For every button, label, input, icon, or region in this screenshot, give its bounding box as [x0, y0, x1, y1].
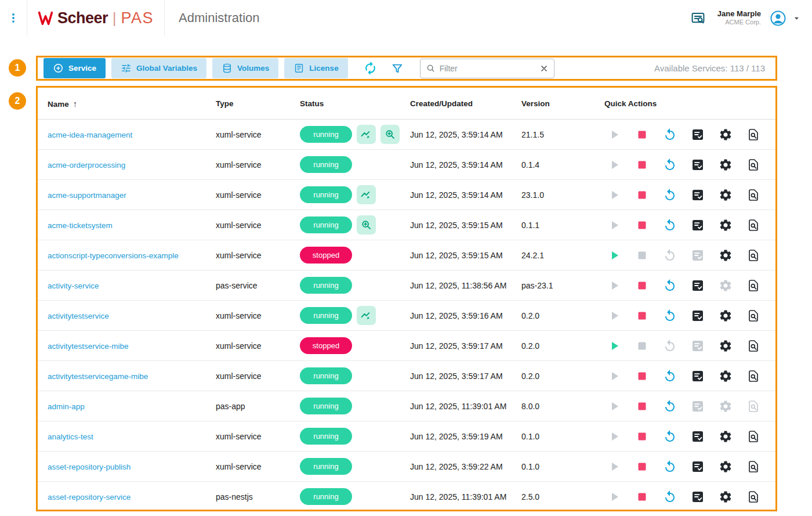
logs-button[interactable]	[691, 460, 705, 474]
service-name-link[interactable]: acme-orderprocessing	[48, 161, 125, 169]
stop-button[interactable]	[635, 309, 649, 323]
metrics-icon[interactable]	[357, 185, 376, 204]
settings-button[interactable]	[719, 430, 733, 443]
stop-button[interactable]	[635, 158, 649, 172]
account-circle-icon[interactable]	[769, 9, 787, 27]
details-button[interactable]	[746, 158, 760, 172]
column-header-created-updated[interactable]: Created/Updated	[400, 99, 512, 108]
details-button[interactable]	[746, 218, 760, 232]
restart-button[interactable]	[663, 430, 677, 443]
logs-button[interactable]	[691, 218, 705, 232]
version: 24.2.1	[512, 251, 594, 260]
settings-button[interactable]	[719, 339, 733, 353]
service-name-link[interactable]: activitytestservicegame-mibe	[48, 372, 148, 381]
stop-button[interactable]	[635, 430, 649, 443]
service-name-link[interactable]: admin-app	[48, 402, 85, 411]
restart-button[interactable]	[663, 309, 677, 323]
kebab-menu-icon[interactable]	[0, 12, 27, 24]
details-button[interactable]	[746, 430, 760, 443]
settings-button[interactable]	[719, 248, 733, 262]
service-name-link[interactable]: acme-supportmanager	[48, 191, 126, 200]
restart-button[interactable]	[663, 279, 677, 293]
restart-button[interactable]	[663, 158, 677, 172]
funnel-icon[interactable]	[390, 61, 405, 76]
created-updated: Jun 12, 2025, 3:59:19 AM	[400, 432, 512, 441]
settings-button[interactable]	[719, 188, 733, 202]
logs-button[interactable]	[691, 158, 705, 172]
trace-icon[interactable]	[380, 125, 400, 144]
column-header-type[interactable]: Type	[206, 99, 290, 108]
logs-button[interactable]	[691, 369, 705, 383]
restart-button[interactable]	[663, 369, 677, 383]
details-button[interactable]	[746, 369, 760, 383]
details-button[interactable]	[746, 188, 760, 202]
details-button[interactable]	[746, 309, 760, 323]
service-tab-button[interactable]: Service	[44, 58, 106, 78]
service-name-link[interactable]: asset-repository-service	[48, 493, 130, 501]
stop-button[interactable]	[635, 279, 649, 293]
settings-button[interactable]	[719, 218, 733, 232]
details-button[interactable]	[746, 339, 760, 353]
metrics-icon[interactable]	[357, 125, 376, 144]
filter-input[interactable]	[440, 64, 535, 73]
details-button[interactable]	[746, 128, 760, 142]
stop-button[interactable]	[635, 128, 649, 142]
restart-button[interactable]	[663, 128, 677, 142]
logs-button[interactable]	[691, 490, 705, 504]
service-name-link[interactable]: acme-ticketsystem	[48, 221, 113, 230]
service-name-link[interactable]: activity-service	[48, 282, 99, 290]
settings-button[interactable]	[719, 309, 733, 323]
global-variables-tab-button[interactable]: Global Variables	[111, 58, 206, 78]
column-header-name[interactable]: Name↑	[38, 99, 206, 109]
settings-button[interactable]	[719, 460, 733, 474]
logs-button[interactable]	[691, 430, 705, 443]
service-name-link[interactable]: acme-idea-management	[48, 131, 132, 139]
restart-button[interactable]	[663, 218, 677, 232]
chevron-down-icon[interactable]	[792, 13, 802, 23]
details-button[interactable]	[746, 460, 760, 474]
quick-actions	[594, 399, 775, 413]
service-name-link[interactable]: activitytestservice	[48, 312, 109, 320]
log-search-icon[interactable]	[690, 10, 706, 26]
service-name-link[interactable]: analytics-test	[48, 432, 93, 441]
details-button[interactable]	[746, 490, 760, 504]
stop-button[interactable]	[635, 460, 649, 474]
stop-button[interactable]	[635, 218, 649, 232]
stop-button[interactable]	[635, 369, 649, 383]
column-header-version[interactable]: Version	[512, 99, 594, 108]
logs-button[interactable]	[691, 309, 705, 323]
logs-button[interactable]	[691, 188, 705, 202]
refresh-icon[interactable]	[363, 61, 378, 76]
volumes-tab-button[interactable]: Volumes	[212, 58, 278, 78]
stop-button[interactable]	[635, 490, 649, 504]
stop-button[interactable]	[635, 188, 649, 202]
service-type: xuml-service	[206, 130, 290, 139]
details-button[interactable]	[746, 279, 760, 293]
service-name-link[interactable]: actionscript-typeconversions-example	[48, 251, 179, 260]
settings-button[interactable]	[719, 158, 733, 172]
start-button[interactable]	[607, 339, 621, 353]
column-header-quick-actions: Quick Actions	[594, 99, 775, 108]
settings-button[interactable]	[719, 128, 733, 142]
column-header-status[interactable]: Status	[290, 99, 400, 108]
metrics-icon[interactable]	[357, 306, 376, 325]
restart-button[interactable]	[663, 399, 677, 413]
settings-button[interactable]	[719, 490, 733, 504]
details-button[interactable]	[746, 248, 760, 262]
page-title: Administration	[179, 10, 259, 26]
logs-button[interactable]	[691, 128, 705, 142]
license-tab-button[interactable]: License	[284, 58, 347, 78]
status-badge: stopped	[300, 337, 352, 354]
settings-button[interactable]	[719, 369, 733, 383]
table-row: activity-servicepas-servicerunningJun 12…	[38, 270, 775, 301]
start-button[interactable]	[607, 248, 621, 262]
clear-icon[interactable]	[539, 64, 549, 73]
logs-button[interactable]	[691, 279, 705, 293]
stop-button[interactable]	[635, 399, 649, 413]
restart-button[interactable]	[663, 188, 677, 202]
trace-icon[interactable]	[357, 215, 376, 234]
restart-button[interactable]	[663, 460, 677, 474]
service-name-link[interactable]: asset-repository-publish	[48, 463, 130, 471]
service-name-link[interactable]: activitytestservice-mibe	[48, 342, 129, 351]
restart-button[interactable]	[663, 490, 677, 504]
